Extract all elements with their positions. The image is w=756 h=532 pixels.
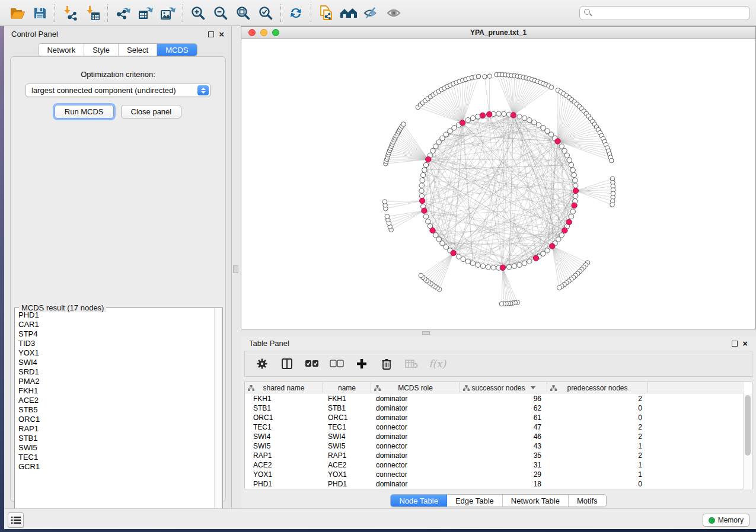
network-hub-node[interactable] — [500, 265, 505, 270]
network-node[interactable] — [419, 188, 424, 193]
delete-column-button[interactable] — [379, 356, 394, 371]
network-node[interactable] — [559, 233, 564, 238]
table-row[interactable]: SWI4SWI4dominator462 — [245, 432, 744, 441]
network-node[interactable] — [522, 116, 527, 120]
network-node[interactable] — [421, 172, 426, 177]
network-node[interactable] — [570, 168, 575, 172]
zoom-selected-button[interactable] — [254, 3, 277, 23]
mcds-result-item[interactable]: RAP1 — [18, 424, 213, 434]
run-mcds-button[interactable]: Run MCDS — [55, 105, 114, 118]
table-row[interactable]: FKH1FKH1dominator962 — [245, 394, 744, 403]
network-hub-node[interactable] — [480, 113, 485, 118]
select-all-button[interactable] — [304, 356, 320, 371]
network-node[interactable] — [517, 262, 522, 267]
clone-network-button[interactable] — [315, 3, 337, 23]
mcds-result-item[interactable]: GCR1 — [18, 462, 213, 472]
network-node[interactable] — [470, 261, 475, 265]
network-node[interactable] — [422, 168, 427, 172]
network-node[interactable] — [549, 132, 554, 137]
network-node[interactable] — [570, 209, 575, 214]
close-panel-icon[interactable]: × — [219, 31, 224, 37]
network-hub-node[interactable] — [460, 120, 465, 126]
network-node[interactable] — [569, 214, 573, 219]
tab-network-table[interactable]: Network Table — [503, 495, 569, 507]
network-node[interactable] — [419, 194, 424, 198]
network-node[interactable] — [512, 264, 516, 268]
network-node[interactable] — [456, 254, 461, 259]
network-node[interactable] — [567, 158, 572, 162]
optimization-criterion-select[interactable]: largest connected component (undirected) — [25, 84, 210, 97]
network-node[interactable] — [444, 132, 448, 137]
search-input[interactable] — [579, 6, 750, 20]
network-node[interactable] — [436, 237, 441, 242]
network-node[interactable] — [444, 245, 448, 249]
network-hub-node[interactable] — [426, 156, 431, 162]
network-node[interactable] — [487, 74, 492, 79]
mcds-result-item[interactable]: ORC1 — [18, 415, 213, 424]
network-node[interactable] — [420, 178, 425, 182]
mcds-result-item[interactable]: TID3 — [18, 339, 213, 348]
save-session-button[interactable] — [28, 3, 51, 23]
network-node[interactable] — [433, 144, 438, 149]
network-node[interactable] — [522, 261, 527, 265]
mcds-result-item[interactable]: STP4 — [18, 329, 213, 339]
table-row[interactable]: ACE2ACE2connector311 — [245, 460, 744, 470]
add-column-button[interactable] — [354, 356, 369, 371]
mcds-result-item[interactable]: FKH1 — [18, 386, 213, 396]
network-node[interactable] — [532, 120, 537, 124]
network-node[interactable] — [430, 148, 435, 153]
export-table-button[interactable] — [134, 3, 157, 23]
network-node[interactable] — [480, 264, 485, 268]
export-network-button[interactable] — [111, 3, 134, 23]
network-node[interactable] — [499, 302, 504, 306]
task-history-button[interactable] — [8, 512, 24, 528]
network-node[interactable] — [541, 251, 546, 256]
network-node[interactable] — [433, 233, 438, 238]
network-node[interactable] — [419, 273, 423, 278]
network-node[interactable] — [527, 259, 532, 264]
network-hub-node[interactable] — [555, 139, 560, 144]
network-node[interactable] — [465, 259, 470, 264]
network-node[interactable] — [476, 262, 480, 267]
network-hub-node[interactable] — [422, 208, 427, 213]
network-hub-node[interactable] — [430, 227, 435, 233]
network-node[interactable] — [423, 214, 428, 219]
network-node[interactable] — [559, 144, 564, 149]
network-node[interactable] — [436, 140, 441, 145]
refresh-view-button[interactable] — [285, 3, 307, 23]
open-file-button[interactable] — [6, 3, 28, 23]
network-node[interactable] — [609, 158, 614, 163]
network-node[interactable] — [440, 241, 445, 246]
network-node[interactable] — [426, 219, 430, 224]
tab-network[interactable]: Network — [39, 44, 84, 56]
table-row[interactable]: YOX1YOX1connector291 — [245, 470, 744, 479]
import-network-button[interactable] — [59, 3, 81, 23]
column-header-name[interactable]: name — [323, 382, 371, 393]
network-node[interactable] — [549, 85, 554, 90]
network-node[interactable] — [562, 148, 567, 153]
network-hub-node[interactable] — [486, 111, 492, 117]
mcds-result-item[interactable]: STB1 — [18, 434, 213, 443]
network-hub-node[interactable] — [451, 250, 456, 255]
column-settings-button[interactable] — [254, 356, 270, 371]
network-hub-node[interactable] — [566, 219, 572, 225]
tab-mcds[interactable]: MCDS — [157, 44, 196, 56]
column-header-shared-name[interactable]: shared name — [245, 382, 323, 393]
network-node[interactable] — [573, 183, 578, 188]
tab-motifs[interactable]: Motifs — [569, 495, 606, 507]
network-node[interactable] — [401, 122, 406, 127]
network-node[interactable] — [545, 248, 550, 253]
column-header-successor-nodes[interactable]: successor nodes — [460, 382, 547, 393]
mcds-result-item[interactable]: TEC1 — [18, 453, 213, 462]
close-panel-button[interactable]: Close panel — [121, 105, 182, 118]
network-node[interactable] — [573, 178, 578, 182]
network-node[interactable] — [470, 116, 475, 120]
scrollbar-thumb[interactable] — [745, 395, 751, 456]
network-node[interactable] — [476, 114, 480, 119]
network-node[interactable] — [536, 123, 541, 127]
hide-details-button[interactable] — [360, 3, 382, 23]
mcds-result-item[interactable]: SRD1 — [18, 367, 213, 377]
network-hub-node[interactable] — [511, 113, 516, 118]
float-panel-icon[interactable] — [732, 341, 738, 347]
network-node[interactable] — [452, 126, 457, 130]
